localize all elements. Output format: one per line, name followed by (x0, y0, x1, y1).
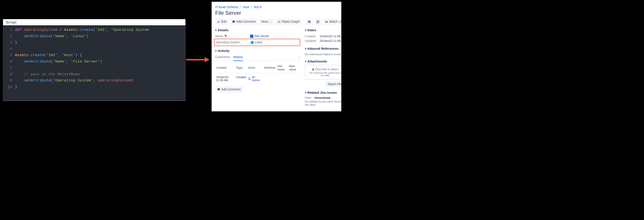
watch-count: 0 (339, 20, 341, 24)
breadcrumb-item[interactable]: IAS-5 (254, 5, 262, 9)
attr-row-os: Operating System: Linux (216, 40, 298, 45)
attr-row-name: Name : File Server (215, 34, 300, 39)
tab-history[interactable]: History (233, 55, 243, 61)
qr-icon (316, 20, 320, 23)
breadcrumb-item[interactable]: Host (243, 5, 249, 9)
page-title: File Server (215, 10, 341, 16)
attr-value-name[interactable]: File Server (250, 34, 269, 38)
print-icon (308, 20, 311, 23)
object-graph-button[interactable]: Object Graph (276, 19, 302, 25)
breadcrumb-item[interactable]: IT Asset Schema (215, 5, 238, 9)
actor-link[interactable]: Mr Admin (248, 75, 262, 82)
activity-tabs: Comments History ↓ (215, 55, 300, 61)
chevron-down-icon: ▾ (215, 49, 217, 53)
qr-button[interactable] (314, 19, 322, 25)
inbound-empty: No referenced object/s found (305, 52, 341, 56)
sort-icon[interactable]: ↓ (298, 55, 300, 59)
chevron-down-icon (270, 21, 272, 23)
watch-button[interactable]: Watch 0 (323, 19, 341, 25)
line-numbers: 12345678910 (3, 25, 15, 100)
chevron-down-icon: ▾ (305, 91, 306, 94)
attach-files-button[interactable]: Attach Files (326, 81, 341, 87)
add-comment-button[interactable]: Add Comment (230, 19, 258, 25)
code-content[interactable]: def operatingSystem = Assets.create('IAS… (15, 25, 149, 100)
dates-heading[interactable]: ▾ Dates (305, 28, 341, 32)
related-filter: Filter: Unresolved (305, 96, 341, 99)
inbound-heading[interactable]: ▾ Inbound References (305, 47, 341, 51)
date-created-row: Created: 23/Jan/23 11:09 AM (305, 34, 341, 39)
breadcrumb: IT Asset Schema / Host / IAS-5 (215, 5, 341, 9)
script-editor-title: Script (3, 19, 186, 25)
comment-icon (217, 88, 220, 91)
history-table: Created Type Actor Attribute Old value N… (215, 63, 300, 84)
attach-icon (312, 68, 315, 71)
activity-heading[interactable]: ▾ Activity (215, 49, 300, 53)
chevron-down-icon: ▾ (305, 47, 306, 51)
asset-panel: IT Asset Schema / Host / IAS-5 File Serv… (211, 1, 341, 112)
dropzone[interactable]: Drop files to attach The maximum file up… (305, 65, 341, 80)
attachments-heading[interactable]: ▾ Attachments (305, 59, 341, 63)
eye-icon (325, 20, 328, 23)
chevron-down-icon: ▾ (215, 28, 217, 32)
pencil-icon (217, 20, 220, 23)
object-type-icon (250, 35, 253, 38)
arrow-icon (186, 55, 210, 64)
details-heading[interactable]: ▾ Details (215, 28, 300, 32)
comment-icon (232, 20, 235, 23)
tag-icon (224, 34, 227, 38)
object-type-icon (251, 41, 254, 44)
more-button[interactable]: More (259, 19, 274, 25)
table-row: 23/Jan/23 11:09 AM Created Mr Admin (215, 73, 300, 84)
print-button[interactable] (306, 19, 313, 25)
edit-button[interactable]: Edit (215, 19, 228, 25)
svg-marker-1 (205, 57, 210, 62)
add-comment-button-bottom[interactable]: Add Comment (215, 86, 242, 92)
avatar-icon (248, 77, 251, 80)
chevron-down-icon: ▾ (305, 59, 306, 63)
script-editor: Script 12345678910 def operatingSystem =… (3, 19, 186, 101)
related-empty: No related issues were found for this fi… (305, 100, 341, 107)
chevron-down-icon: ▾ (305, 28, 306, 32)
toolbar: Edit Add Comment More Object Graph (215, 19, 341, 25)
graph-icon (278, 20, 280, 23)
tab-comments[interactable]: Comments (215, 55, 230, 61)
highlighted-attribute: Operating System: Linux (214, 39, 300, 46)
related-heading[interactable]: ▾ Related Jira issues (305, 91, 341, 94)
date-updated-row: Updated: 23/Jan/23 11:09 AM (305, 39, 341, 43)
attr-value-os[interactable]: Linux (251, 41, 262, 44)
